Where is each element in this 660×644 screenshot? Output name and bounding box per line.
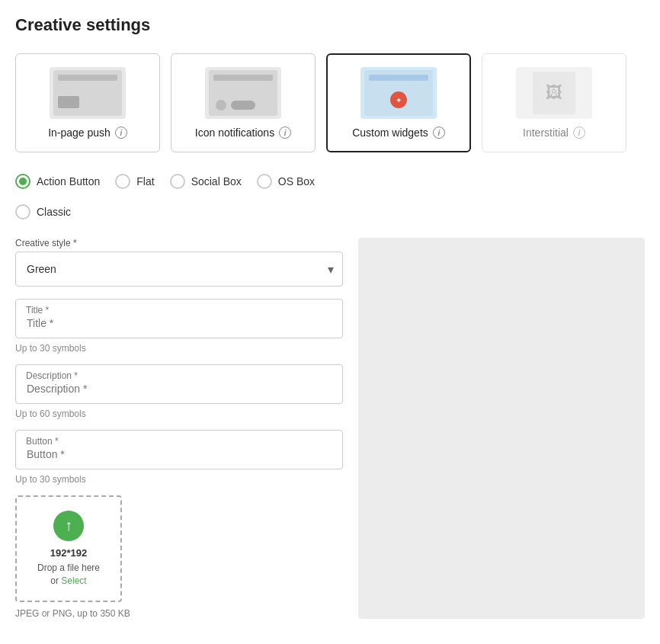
radio-action-button[interactable]: Action Button — [15, 174, 100, 189]
form-left-panel: Creative style * Green Blue Red Dark ▾ T… — [15, 238, 343, 619]
radio-classic[interactable]: Classic — [15, 204, 645, 219]
card-custom-widgets[interactable]: Custom widgets i — [326, 53, 471, 152]
button-hint: Up to 30 symbols — [15, 474, 343, 485]
radio-circle-os-box — [257, 174, 272, 189]
upload-icon — [53, 511, 84, 541]
card-label-custom-widgets: Custom widgets i — [352, 127, 445, 139]
info-icon-icon-notifications[interactable]: i — [279, 127, 291, 139]
radio-circle-classic — [15, 204, 30, 219]
card-icon-notifications[interactable]: Icon notifications i — [171, 53, 316, 152]
creative-style-label: Creative style * — [15, 238, 343, 248]
upload-drop-text: Drop a file here or Select — [37, 562, 100, 588]
card-icon-notifications-img — [205, 67, 281, 119]
card-label-icon-notifications: Icon notifications i — [195, 127, 291, 139]
title-input[interactable] — [15, 299, 343, 338]
title-hint: Up to 30 symbols — [15, 343, 343, 354]
page-title: Creative settings — [15, 15, 645, 35]
info-icon-in-page-push[interactable]: i — [115, 127, 127, 139]
description-hint: Up to 60 symbols — [15, 409, 343, 419]
upload-area[interactable]: 192*192 Drop a file here or Select — [15, 495, 122, 602]
radio-flat[interactable]: Flat — [115, 174, 154, 189]
upload-size-label: 192*192 — [50, 547, 87, 559]
card-icon-in-page-push — [50, 67, 126, 119]
creative-style-select-wrapper: Green Blue Red Dark ▾ — [15, 252, 343, 287]
creative-type-cards: In-page push i Icon notifications i Cust… — [15, 53, 645, 152]
widget-type-radio-group: Action Button Flat Social Box OS Box Cla… — [15, 174, 645, 219]
upload-select-link[interactable]: Select — [61, 575, 86, 586]
title-field-wrapper: Title * — [15, 299, 343, 338]
info-icon-custom-widgets[interactable]: i — [433, 127, 445, 139]
card-icon-custom-widgets — [360, 67, 437, 119]
button-input[interactable] — [15, 430, 343, 469]
radio-label-os-box: OS Box — [278, 175, 315, 187]
radio-os-box[interactable]: OS Box — [257, 174, 315, 189]
radio-label-flat: Flat — [136, 175, 154, 187]
card-icon-interstitial — [516, 67, 592, 119]
radio-circle-social-box — [170, 174, 185, 189]
card-in-page-push[interactable]: In-page push i — [15, 53, 160, 152]
upload-hint-text: JPEG or PNG, up to 350 KB — [15, 608, 343, 619]
radio-label-classic: Classic — [37, 206, 71, 218]
radio-circle-action-button — [15, 174, 30, 189]
info-icon-interstitial: i — [573, 127, 585, 139]
creative-style-section: Creative style * Green Blue Red Dark ▾ — [15, 238, 343, 287]
description-input[interactable] — [15, 364, 343, 404]
button-field-wrapper: Button * — [15, 430, 343, 469]
card-interstitial: Interstitial i — [482, 53, 626, 152]
radio-circle-flat — [115, 174, 130, 189]
preview-panel — [358, 238, 645, 619]
card-label-interstitial: Interstitial i — [523, 127, 585, 139]
radio-label-social-box: Social Box — [191, 175, 242, 187]
card-label-in-page-push: In-page push i — [48, 127, 127, 139]
creative-style-select[interactable]: Green Blue Red Dark — [15, 252, 343, 287]
description-field-wrapper: Description * — [15, 364, 343, 404]
form-area: Creative style * Green Blue Red Dark ▾ T… — [15, 238, 645, 619]
radio-label-action-button: Action Button — [37, 175, 100, 187]
radio-social-box[interactable]: Social Box — [170, 174, 242, 189]
